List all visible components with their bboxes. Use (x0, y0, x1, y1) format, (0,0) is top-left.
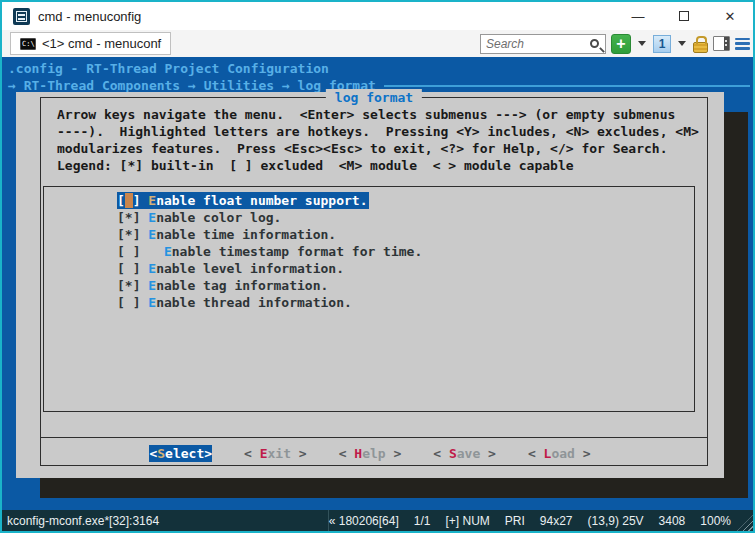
new-console-dropdown-icon[interactable] (638, 41, 646, 46)
tabbar: C:\ <1> cmd - menuconf + 1 (2, 30, 753, 57)
split-view-icon[interactable] (713, 36, 730, 51)
hotkey-letter: E (148, 193, 156, 208)
status-item: 100% (700, 514, 731, 528)
window-number-dropdown-icon[interactable] (678, 41, 686, 46)
maximize-icon (679, 11, 689, 21)
hotkey-letter: S (449, 446, 457, 461)
hotkey-letter: E (148, 278, 156, 293)
search-icon (590, 39, 599, 48)
search-input[interactable] (481, 37, 590, 51)
tab-label: <1> cmd - menuconf (42, 36, 161, 51)
status-item: PRI (505, 514, 525, 528)
dialog-title: log format (326, 89, 422, 106)
status-items: « 180206[64]1/1[+] NUMPRI94x27(13,9) 25V… (329, 514, 753, 528)
status-item: 1/1 (414, 514, 431, 528)
window-number-button[interactable]: 1 (653, 35, 671, 53)
menu-list: [ ] Enable float number support.[*] Enab… (43, 186, 695, 412)
conemu-app-icon[interactable] (13, 8, 30, 25)
tabbar-tools: + 1 (480, 34, 750, 54)
statusbar: kconfig-mconf.exe*[32]:3164 « 180206[64]… (2, 510, 753, 531)
conemu-window: cmd - menuconfig — ✕ C:\ <1> cmd - menuc… (0, 0, 755, 533)
hotkey-letter: E (148, 261, 156, 276)
status-item: 3408 (659, 514, 686, 528)
titlebar: cmd - menuconfig — ✕ (2, 2, 753, 30)
menu-item[interactable]: [*] Enable time information. (117, 226, 336, 243)
minimize-button[interactable]: — (615, 2, 661, 30)
hotkey-letter: H (354, 446, 362, 461)
status-item: 94x27 (540, 514, 573, 528)
hamburger-menu-icon[interactable] (735, 38, 750, 50)
dialog-buttons: <Select>< Exit >< Help >< Save >< Load > (16, 445, 724, 462)
menu-item[interactable]: [ ] Enable float number support. (117, 192, 369, 209)
menu-item[interactable]: [ ] Enable thread information. (117, 294, 352, 311)
terminal-console[interactable]: .config - RT-Thread Project Configuratio… (2, 57, 753, 510)
hotkey-letter: E (148, 295, 156, 310)
menu-item[interactable]: [ ] Enable timestamp format for time. (117, 243, 422, 260)
save-button[interactable]: < Save > (433, 445, 496, 462)
status-item: « 180206[64] (329, 514, 399, 528)
hotkey-letter: S (157, 446, 165, 461)
config-header-line: .config - RT-Thread Project Configuratio… (2, 60, 753, 77)
load-button[interactable]: < Load > (528, 445, 591, 462)
close-icon: ✕ (725, 9, 736, 24)
new-console-button[interactable]: + (611, 34, 631, 54)
breadcrumb-rule (384, 85, 750, 87)
search-box (480, 34, 606, 54)
button-separator (40, 437, 708, 438)
hotkey-letter: E (164, 244, 172, 259)
maximize-button[interactable] (661, 2, 707, 30)
hotkey-letter: E (260, 446, 268, 461)
selection-cursor (125, 193, 133, 208)
process-info: kconfig-mconf.exe*[32]:3164 (2, 510, 329, 531)
status-item: (13,9) 25V (588, 514, 644, 528)
close-button[interactable]: ✕ (707, 2, 753, 30)
menu-list-items: [ ] Enable float number support.[*] Enab… (117, 192, 422, 311)
window-controls: — ✕ (615, 2, 753, 30)
minimize-icon: — (632, 9, 645, 24)
menu-item[interactable]: [ ] Enable level information. (117, 260, 344, 277)
tab-cmd-menuconf[interactable]: C:\ <1> cmd - menuconf (10, 32, 171, 55)
dialog-instructions: Arrow keys navigate the menu. <Enter> se… (57, 106, 699, 174)
lock-icon[interactable] (693, 42, 708, 53)
select-button[interactable]: <Select> (149, 445, 212, 462)
hotkey-letter: E (148, 227, 156, 242)
status-item: [+] NUM (445, 514, 489, 528)
menu-item[interactable]: [*] Enable tag information. (117, 277, 328, 294)
cmd-icon: C:\ (20, 38, 36, 50)
menu-item[interactable]: [*] Enable color log. (117, 209, 281, 226)
help-button[interactable]: < Help > (339, 445, 402, 462)
window-title: cmd - menuconfig (38, 9, 141, 24)
hotkey-letter: E (148, 210, 156, 225)
exit-button[interactable]: < Exit > (244, 445, 307, 462)
menuconfig-dialog: log format Arrow keys navigate the menu.… (16, 92, 724, 478)
